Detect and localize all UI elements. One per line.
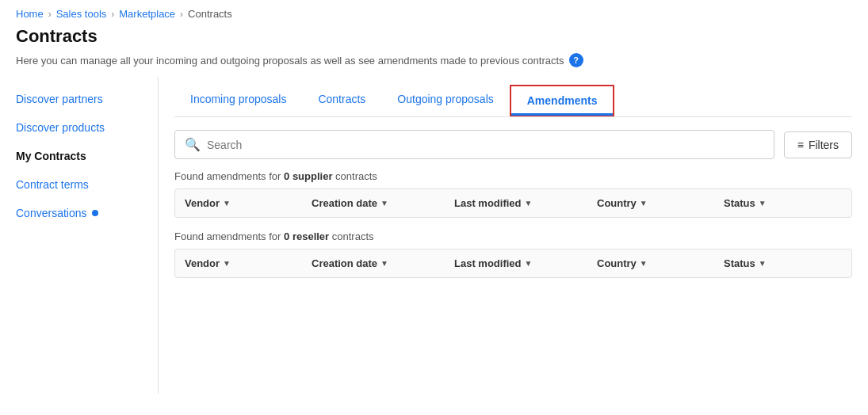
page-description: Here you can manage all your incoming an… xyxy=(0,50,868,77)
sidebar-item-conversations[interactable]: Conversations xyxy=(0,199,158,227)
col-modified-supplier[interactable]: Last modified ▼ xyxy=(454,197,597,209)
description-text: Here you can manage all your incoming an… xyxy=(16,55,564,67)
vendor-label-supplier: Vendor xyxy=(185,197,220,209)
supplier-found-type: supplier xyxy=(293,170,333,182)
status-label-reseller: Status xyxy=(724,257,755,269)
country-sort-icon-reseller: ▼ xyxy=(640,259,648,268)
vendor-label-reseller: Vendor xyxy=(185,257,220,269)
creation-label-reseller: Creation date xyxy=(312,257,377,269)
col-creation-supplier[interactable]: Creation date ▼ xyxy=(312,197,454,209)
search-input[interactable] xyxy=(207,139,764,151)
breadcrumb-home[interactable]: Home xyxy=(16,8,44,20)
breadcrumb-sep-3: › xyxy=(180,9,183,20)
supplier-table-header: Vendor ▼ Creation date ▼ Last modified ▼… xyxy=(174,188,852,218)
creation-sort-icon-supplier: ▼ xyxy=(380,199,388,208)
breadcrumb-contracts: Contracts xyxy=(188,8,232,20)
sidebar-item-discover-partners[interactable]: Discover partners xyxy=(0,85,158,113)
col-country-reseller[interactable]: Country ▼ xyxy=(597,257,724,269)
status-sort-icon-reseller: ▼ xyxy=(759,259,767,268)
tab-outgoing-proposals[interactable]: Outgoing proposals xyxy=(381,85,509,116)
col-status-reseller[interactable]: Status ▼ xyxy=(724,257,819,269)
search-icon: 🔍 xyxy=(185,137,201,152)
tab-amendments[interactable]: Amendments xyxy=(510,85,615,116)
col-vendor-supplier[interactable]: Vendor ▼ xyxy=(185,197,312,209)
modified-label-supplier: Last modified xyxy=(454,197,522,209)
creation-label-supplier: Creation date xyxy=(312,197,377,209)
creation-sort-icon-reseller: ▼ xyxy=(380,259,388,268)
reseller-table-header: Vendor ▼ Creation date ▼ Last modified ▼… xyxy=(174,249,852,278)
col-country-supplier[interactable]: Country ▼ xyxy=(597,197,724,209)
modified-sort-icon-supplier: ▼ xyxy=(525,199,533,208)
tabs-container: Incoming proposals Contracts Outgoing pr… xyxy=(174,85,852,117)
supplier-found-text: Found amendments for 0 supplier contract… xyxy=(174,170,852,182)
vendor-sort-icon-reseller: ▼ xyxy=(223,259,231,268)
breadcrumb-sep-1: › xyxy=(48,9,52,20)
reseller-found-count: 0 xyxy=(284,230,289,242)
help-icon[interactable]: ? xyxy=(569,53,583,67)
sidebar-item-discover-products[interactable]: Discover products xyxy=(0,113,158,142)
reseller-found-prefix: Found amendments for xyxy=(174,230,284,242)
breadcrumb-sep-2: › xyxy=(111,9,114,20)
content-area: Incoming proposals Contracts Outgoing pr… xyxy=(159,77,868,394)
col-modified-reseller[interactable]: Last modified ▼ xyxy=(454,257,597,269)
search-box[interactable]: 🔍 xyxy=(174,130,774,159)
conversations-badge-dot xyxy=(92,210,98,216)
main-layout: Discover partners Discover products My C… xyxy=(0,77,868,394)
supplier-found-prefix: Found amendments for xyxy=(174,170,284,182)
breadcrumb-marketplace[interactable]: Marketplace xyxy=(119,8,175,20)
supplier-found-count: 0 xyxy=(284,170,289,182)
filters-button[interactable]: ≡ Filters xyxy=(784,131,852,158)
filters-label: Filters xyxy=(809,139,839,151)
page-title: Contracts xyxy=(0,23,868,50)
modified-sort-icon-reseller: ▼ xyxy=(525,259,533,268)
reseller-found-type: reseller xyxy=(293,230,329,242)
reseller-found-text: Found amendments for 0 reseller contract… xyxy=(174,230,852,242)
country-label-supplier: Country xyxy=(597,197,637,209)
col-vendor-reseller[interactable]: Vendor ▼ xyxy=(185,257,312,269)
country-sort-icon-supplier: ▼ xyxy=(640,199,648,208)
modified-label-reseller: Last modified xyxy=(454,257,522,269)
col-creation-reseller[interactable]: Creation date ▼ xyxy=(312,257,454,269)
breadcrumb: Home › Sales tools › Marketplace › Contr… xyxy=(0,0,868,23)
sidebar-item-my-contracts[interactable]: My Contracts xyxy=(0,142,158,170)
vendor-sort-icon-supplier: ▼ xyxy=(223,199,231,208)
supplier-found-suffix: contracts xyxy=(332,170,377,182)
country-label-reseller: Country xyxy=(597,257,637,269)
conversations-label: Conversations xyxy=(16,207,87,219)
breadcrumb-sales-tools[interactable]: Sales tools xyxy=(56,8,107,20)
sidebar: Discover partners Discover products My C… xyxy=(0,77,159,394)
reseller-found-suffix: contracts xyxy=(329,230,373,242)
tab-contracts[interactable]: Contracts xyxy=(302,85,381,116)
search-filter-row: 🔍 ≡ Filters xyxy=(174,130,852,159)
col-status-supplier[interactable]: Status ▼ xyxy=(724,197,819,209)
filter-icon: ≡ xyxy=(797,139,804,151)
status-label-supplier: Status xyxy=(724,197,755,209)
tab-incoming-proposals[interactable]: Incoming proposals xyxy=(174,85,302,116)
sidebar-item-contract-terms[interactable]: Contract terms xyxy=(0,170,158,199)
status-sort-icon-supplier: ▼ xyxy=(759,199,767,208)
